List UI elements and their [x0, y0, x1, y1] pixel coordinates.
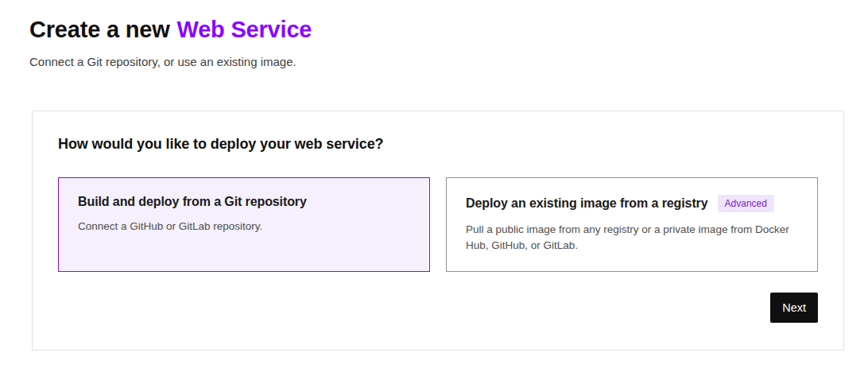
page-title-service-type: Web Service	[177, 17, 312, 42]
option-image-title-row: Deploy an existing image from a registry…	[466, 195, 798, 212]
option-existing-image[interactable]: Deploy an existing image from a registry…	[446, 177, 818, 272]
deploy-question-heading: How would you like to deploy your web se…	[58, 136, 818, 153]
option-image-title: Deploy an existing image from a registry	[466, 196, 708, 211]
option-git-title: Build and deploy from a Git repository	[78, 195, 307, 209]
option-git-description: Connect a GitHub or GitLab repository.	[78, 219, 410, 235]
deploy-options-group: Build and deploy from a Git repository C…	[58, 177, 818, 272]
page-title-prefix: Create a new	[29, 17, 170, 42]
option-git-repository[interactable]: Build and deploy from a Git repository C…	[58, 177, 430, 272]
option-git-title-row: Build and deploy from a Git repository	[78, 195, 410, 209]
deploy-method-panel: How would you like to deploy your web se…	[32, 111, 844, 351]
next-button[interactable]: Next	[770, 293, 818, 323]
option-image-description: Pull a public image from any registry or…	[466, 222, 798, 254]
page-subtitle: Connect a Git repository, or use an exis…	[29, 55, 868, 68]
create-web-service-page: Create a newWeb Service Connect a Git re…	[0, 0, 868, 351]
page-title: Create a newWeb Service	[29, 17, 868, 43]
panel-footer: Next	[58, 293, 818, 323]
advanced-badge: Advanced	[718, 195, 774, 212]
